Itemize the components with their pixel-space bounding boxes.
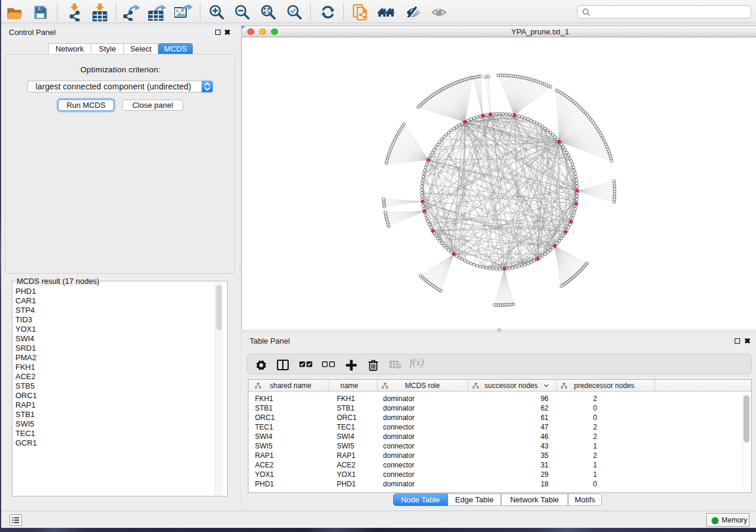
svg-text:f(x): f(x)	[410, 357, 424, 368]
